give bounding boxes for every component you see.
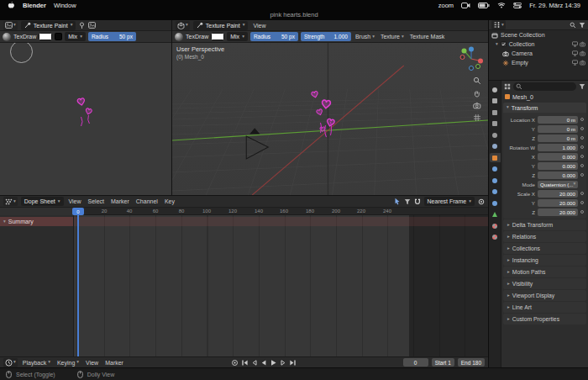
menubar-clock[interactable]: Fr. 29. März 14:39: [529, 2, 580, 9]
menu-view[interactable]: View: [251, 23, 267, 29]
jump-to-end-button[interactable]: [289, 359, 297, 367]
play-reverse-button[interactable]: [260, 359, 267, 367]
scale-z-field[interactable]: 20.000: [538, 208, 578, 216]
image-editor-canvas[interactable]: [0, 43, 171, 195]
secondary-color-swatch[interactable]: [55, 33, 62, 40]
menu-view[interactable]: View: [84, 360, 100, 366]
location-y-field[interactable]: 0 m: [538, 125, 578, 133]
frame-start-field[interactable]: Start 1: [432, 358, 454, 367]
battery-icon[interactable]: [478, 3, 490, 8]
animate-dot-icon[interactable]: [580, 164, 584, 167]
animate-dot-icon[interactable]: [580, 145, 584, 149]
timeline-ruler[interactable]: 0 20 40 60 80 100 120 140 160 180 200 22…: [74, 208, 488, 215]
tab-object-data[interactable]: [490, 210, 501, 219]
section-instancing[interactable]: ▸Instancing: [503, 255, 586, 266]
outliner-row-scene-collection[interactable]: Scene Collection: [489, 30, 588, 40]
tab-particles[interactable]: [490, 176, 501, 185]
proportional-edit-icon[interactable]: [478, 198, 485, 205]
channel-list[interactable]: ▾ Summary: [0, 215, 74, 356]
play-button[interactable]: [270, 359, 277, 367]
search-icon[interactable]: [570, 22, 576, 29]
brush-selector[interactable]: TexDraw: [3, 33, 36, 41]
location-x-field[interactable]: 0 m: [538, 116, 578, 124]
rotation-mode-dropdown[interactable]: Quaternion (...▾: [538, 181, 578, 188]
editor-type-button[interactable]: ▾: [3, 358, 18, 367]
menu-playback[interactable]: Playback ▾: [21, 360, 52, 366]
tab-render[interactable]: [490, 97, 501, 106]
filter-icon[interactable]: [404, 198, 411, 205]
section-delta-transform[interactable]: ▸Delta Transform: [503, 219, 586, 230]
menu-view[interactable]: View: [67, 198, 83, 204]
menu-marker[interactable]: Marker: [109, 198, 131, 204]
outliner-row-empty[interactable]: Empty: [489, 58, 588, 67]
viewport-canvas[interactable]: User Perspective (0) Mesh_0: [172, 43, 488, 195]
breadcrumb-object-name[interactable]: Mesh_0: [512, 94, 533, 100]
control-center-icon[interactable]: [513, 3, 522, 8]
animate-dot-icon[interactable]: [580, 118, 584, 121]
video-status-icon[interactable]: [461, 3, 470, 8]
hide-render-toggle[interactable]: [580, 41, 585, 47]
section-visibility[interactable]: ▸Visibility: [503, 278, 586, 289]
tab-object[interactable]: [490, 153, 501, 162]
popover-brush[interactable]: Brush ▾: [354, 34, 376, 40]
camera-view-icon[interactable]: [473, 102, 481, 109]
primary-color-swatch[interactable]: [39, 33, 52, 40]
perspective-toggle-icon[interactable]: [473, 113, 481, 122]
wifi-icon[interactable]: [497, 2, 506, 8]
tab-constraints[interactable]: [490, 198, 501, 208]
section-custom-properties[interactable]: ▸Custom Properties: [503, 314, 586, 325]
tab-world[interactable]: [490, 142, 501, 151]
hide-render-toggle[interactable]: [580, 50, 585, 56]
properties-search-input[interactable]: [513, 82, 576, 91]
rotation-w-field[interactable]: 1.000: [538, 144, 578, 151]
dopesheet-mode-dropdown[interactable]: Dope Sheet ▾: [21, 197, 64, 206]
blend-mode-dropdown[interactable]: Mix ▾: [65, 32, 86, 41]
snap-magnet-icon[interactable]: [414, 198, 421, 205]
tab-tool[interactable]: [490, 85, 501, 94]
only-selected-toggle-icon[interactable]: [394, 198, 401, 205]
outliner-row-camera[interactable]: Camera: [489, 49, 588, 58]
menu-window[interactable]: Window: [54, 2, 76, 9]
current-frame-field[interactable]: 0: [403, 358, 428, 367]
tab-material[interactable]: [490, 221, 501, 230]
editor-type-button[interactable]: ▾: [3, 21, 18, 30]
playhead[interactable]: [77, 215, 79, 356]
tab-view-layer[interactable]: [490, 119, 501, 129]
animate-dot-icon[interactable]: [580, 127, 584, 130]
auto-keying-icon[interactable]: [231, 359, 239, 367]
filter-icon[interactable]: [579, 83, 585, 90]
tab-scene[interactable]: [490, 130, 501, 140]
rotation-y-field[interactable]: 0.000: [538, 162, 578, 170]
section-motion-paths[interactable]: ▸Motion Paths: [503, 267, 586, 277]
editor-type-button[interactable]: ▾: [3, 197, 18, 206]
menu-keying[interactable]: Keying ▾: [55, 360, 81, 366]
brush-selector[interactable]: TexDraw: [175, 33, 208, 41]
navigation-gizmo[interactable]: [459, 46, 484, 71]
scale-y-field[interactable]: 20.000: [538, 199, 578, 207]
strength-slider[interactable]: Strength 1.000: [301, 32, 351, 41]
section-relations[interactable]: ▸Relations: [503, 231, 586, 242]
snap-mode-dropdown[interactable]: Nearest Frame ▾: [424, 197, 475, 206]
tab-modifiers[interactable]: [490, 165, 501, 174]
hide-render-toggle[interactable]: [580, 60, 585, 66]
outliner-row-collection[interactable]: ▾ Collection: [489, 40, 588, 49]
paint-color-swatch[interactable]: [211, 33, 224, 40]
tab-output[interactable]: [490, 108, 501, 117]
playhead-frame-label[interactable]: 0: [72, 208, 84, 215]
animate-dot-icon[interactable]: [580, 173, 584, 177]
menu-key[interactable]: Key: [163, 198, 176, 204]
editor-type-button[interactable]: ▾: [176, 21, 190, 30]
section-line-art[interactable]: ▸Line Art: [503, 302, 586, 313]
blend-mode-dropdown[interactable]: Mix ▾: [227, 32, 248, 41]
menu-select[interactable]: Select: [87, 198, 106, 204]
grid-icon[interactable]: [504, 83, 511, 90]
radius-slider[interactable]: Radius 50 px: [250, 32, 298, 41]
prev-keyframe-button[interactable]: [251, 359, 258, 367]
section-collections[interactable]: ▸Collections: [503, 243, 586, 254]
tab-texture[interactable]: [490, 233, 501, 242]
next-keyframe-button[interactable]: [280, 359, 286, 367]
summary-channel[interactable]: ▾ Summary: [0, 217, 73, 226]
hide-viewport-toggle[interactable]: [572, 41, 578, 47]
move-view-hand-icon[interactable]: [473, 89, 481, 98]
interaction-mode-dropdown[interactable]: Texture Paint ▾: [193, 21, 249, 30]
